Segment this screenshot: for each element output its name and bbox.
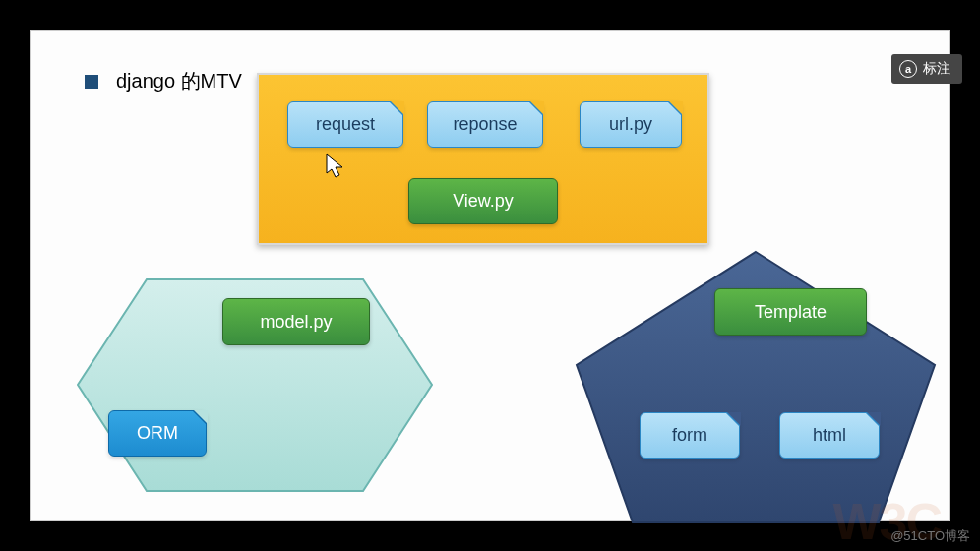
url-card: url.py xyxy=(580,101,682,148)
view-group: request reponse url.py View.py xyxy=(257,73,709,245)
model-label: model.py xyxy=(260,312,332,333)
request-label: request xyxy=(316,114,375,135)
form-label: form xyxy=(672,425,707,446)
attribution-text: @51CTO博客 xyxy=(890,527,970,545)
response-label: reponse xyxy=(453,114,517,135)
orm-card: ORM xyxy=(108,410,207,457)
orm-label: ORM xyxy=(137,423,178,444)
title-area: django 的MTV xyxy=(85,68,242,94)
template-button: Template xyxy=(714,288,867,336)
badge-icon: a xyxy=(899,60,917,78)
view-button: View.py xyxy=(408,178,558,224)
badge-label: 标注 xyxy=(923,60,950,78)
form-card: form xyxy=(640,412,740,459)
request-card: request xyxy=(287,101,403,148)
url-label: url.py xyxy=(609,114,652,135)
html-label: html xyxy=(813,425,846,446)
diagram-canvas: django 的MTV request reponse url.py View.… xyxy=(30,30,950,521)
html-card: html xyxy=(779,412,880,459)
diagram-title: django 的MTV xyxy=(116,68,242,94)
annotation-badge[interactable]: a 标注 xyxy=(891,54,962,84)
model-button: model.py xyxy=(222,298,370,345)
view-label: View.py xyxy=(453,191,514,212)
bullet-icon xyxy=(85,75,98,89)
template-label: Template xyxy=(755,302,827,323)
response-card: reponse xyxy=(427,101,543,148)
template-group: Template form html xyxy=(569,247,943,532)
model-group: model.py ORM xyxy=(73,275,437,496)
